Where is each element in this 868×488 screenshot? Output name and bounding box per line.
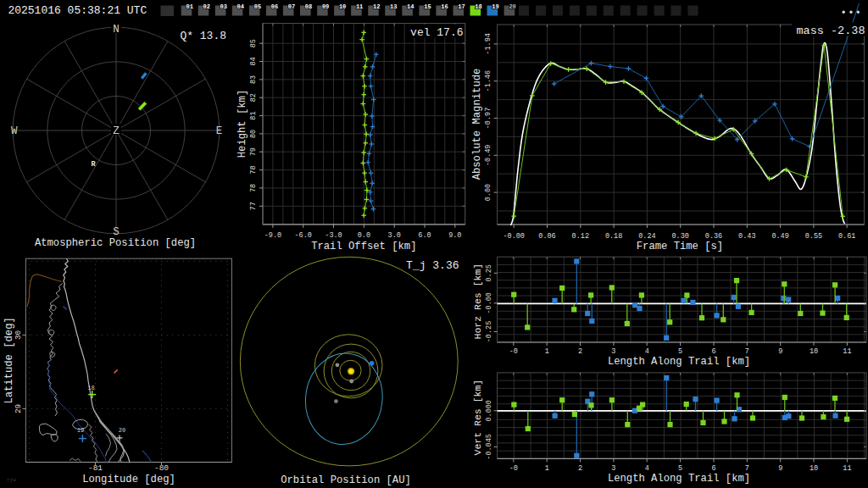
svg-text:81: 81 xyxy=(249,111,258,119)
svg-text:18: 18 xyxy=(87,385,94,391)
svg-text:7: 7 xyxy=(745,464,749,473)
svg-text:Length Along Trail [km]: Length Along Trail [km] xyxy=(608,473,750,485)
svg-text:4: 4 xyxy=(645,347,649,356)
svg-text:-0.00: -0.00 xyxy=(503,232,525,241)
svg-text:Z: Z xyxy=(113,125,120,137)
svg-text:1: 1 xyxy=(545,464,549,473)
svg-text:Length Along Trail [km]: Length Along Trail [km] xyxy=(608,356,750,368)
svg-text:29: 29 xyxy=(14,403,23,413)
svg-text:1: 1 xyxy=(545,347,549,356)
svg-text:-81: -81 xyxy=(88,463,103,473)
svg-text:S: S xyxy=(113,226,120,238)
svg-text:78: 78 xyxy=(249,165,258,174)
svg-text:2: 2 xyxy=(578,464,582,473)
svg-text:Orbital Position [AU]: Orbital Position [AU] xyxy=(281,474,411,486)
svg-text:82: 82 xyxy=(249,93,258,102)
svg-text:E: E xyxy=(216,125,223,137)
svg-text:20251016 05:38:21 UTC: 20251016 05:38:21 UTC xyxy=(8,4,147,17)
svg-text:3: 3 xyxy=(611,347,615,356)
svg-text:12: 12 xyxy=(373,3,380,10)
svg-text:0.18: 0.18 xyxy=(605,232,622,241)
svg-text:13: 13 xyxy=(390,3,397,10)
svg-text:10: 10 xyxy=(810,347,818,356)
svg-text:-1.94: -1.94 xyxy=(484,33,492,55)
svg-text:14: 14 xyxy=(407,3,414,10)
svg-text:vel 17.6: vel 17.6 xyxy=(410,26,463,39)
svg-text:15: 15 xyxy=(424,3,431,10)
svg-text:20: 20 xyxy=(509,3,515,10)
svg-text:9.0: 9.0 xyxy=(448,231,461,240)
svg-text:-0.49: -0.49 xyxy=(484,145,492,167)
svg-text:W: W xyxy=(11,125,18,137)
svg-text:7: 7 xyxy=(745,347,749,356)
svg-text:Horz Res [km]: Horz Res [km] xyxy=(472,263,483,340)
svg-text:Longitude [deg]: Longitude [deg] xyxy=(82,474,175,485)
svg-text:6.0: 6.0 xyxy=(418,231,431,240)
svg-text:20: 20 xyxy=(119,427,125,434)
svg-text:0.49: 0.49 xyxy=(771,232,788,241)
svg-text:0.30: 0.30 xyxy=(671,232,688,241)
svg-text:83: 83 xyxy=(249,75,258,84)
svg-text:11: 11 xyxy=(843,464,851,473)
svg-text:16: 16 xyxy=(441,3,448,10)
svg-text:19: 19 xyxy=(492,3,498,10)
svg-text:10: 10 xyxy=(810,464,818,473)
svg-text:-0: -0 xyxy=(509,464,518,473)
svg-text:0.06: 0.06 xyxy=(538,232,555,241)
svg-text:-1.46: -1.46 xyxy=(484,70,492,92)
svg-text:4: 4 xyxy=(645,464,649,473)
svg-text:11: 11 xyxy=(843,347,851,356)
svg-text:-6.0: -6.0 xyxy=(294,231,311,240)
svg-text:mass -2.38: mass -2.38 xyxy=(796,25,865,37)
svg-text:10: 10 xyxy=(339,3,346,10)
svg-text:77: 77 xyxy=(249,202,258,210)
svg-text:85: 85 xyxy=(249,39,258,47)
svg-text:-0.045: -0.045 xyxy=(485,434,493,460)
svg-text:80: 80 xyxy=(249,130,258,138)
svg-text:-9.0: -9.0 xyxy=(264,231,281,240)
svg-text:19: 19 xyxy=(77,427,84,434)
svg-text:3.0: 3.0 xyxy=(388,231,401,240)
svg-text:Latitude [deg]: Latitude [deg] xyxy=(3,317,15,403)
svg-text:-0.97: -0.97 xyxy=(484,108,492,130)
svg-text:0.25: 0.25 xyxy=(485,264,493,281)
svg-text:-0.00: -0.00 xyxy=(485,292,493,314)
svg-text:0.0: 0.0 xyxy=(358,231,370,240)
svg-text:R: R xyxy=(91,160,96,169)
svg-text:-0: -0 xyxy=(509,347,518,356)
svg-text:04: 04 xyxy=(237,3,244,10)
svg-text:0.36: 0.36 xyxy=(705,232,722,241)
svg-text:0.000: 0.000 xyxy=(485,400,493,422)
svg-text:9: 9 xyxy=(778,464,782,473)
svg-text:Frame Time [s]: Frame Time [s] xyxy=(637,241,723,252)
svg-text:78: 78 xyxy=(249,184,258,192)
svg-text:84: 84 xyxy=(249,57,258,65)
svg-text:0.00: 0.00 xyxy=(484,184,492,201)
svg-text:09: 09 xyxy=(322,3,329,10)
svg-text:6: 6 xyxy=(711,464,715,473)
svg-text:08: 08 xyxy=(305,3,312,10)
svg-text:3: 3 xyxy=(611,464,615,473)
svg-text:-0.25: -0.25 xyxy=(485,321,493,343)
svg-text:9: 9 xyxy=(778,347,782,356)
svg-text:2: 2 xyxy=(578,347,582,356)
svg-text:0.55: 0.55 xyxy=(805,232,822,241)
svg-text:5: 5 xyxy=(678,347,682,356)
svg-text:5: 5 xyxy=(678,464,682,473)
svg-text:0.43: 0.43 xyxy=(738,232,755,241)
svg-text:05: 05 xyxy=(254,3,261,10)
svg-text:T_j 3.36: T_j 3.36 xyxy=(406,259,459,272)
svg-text:Q* 13.8: Q* 13.8 xyxy=(180,30,226,42)
svg-text:rjw: rjw xyxy=(7,477,16,483)
svg-text:02: 02 xyxy=(203,3,210,10)
svg-text:79: 79 xyxy=(249,147,258,156)
svg-text:06: 06 xyxy=(271,3,278,10)
svg-text:0.61: 0.61 xyxy=(838,232,855,241)
svg-text:0.24: 0.24 xyxy=(638,232,655,241)
svg-text:-80: -80 xyxy=(154,463,169,473)
svg-text:-3.0: -3.0 xyxy=(325,231,342,240)
svg-text:17: 17 xyxy=(458,3,465,10)
svg-text:6: 6 xyxy=(711,347,715,356)
svg-text:18: 18 xyxy=(475,3,481,10)
svg-text:0.12: 0.12 xyxy=(572,232,589,241)
